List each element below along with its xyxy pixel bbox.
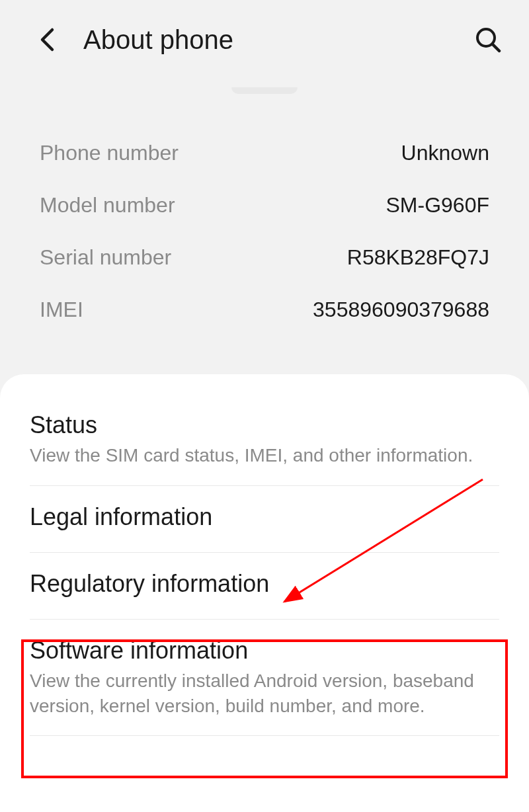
serial-number-value: R58KB28FQ7J [347, 245, 489, 270]
phone-number-label: Phone number [40, 141, 179, 165]
legal-information-item[interactable]: Legal information [0, 486, 529, 552]
magnifier-icon [475, 26, 501, 53]
chevron-left-icon [38, 27, 57, 52]
svg-line-1 [493, 44, 499, 51]
search-icon[interactable] [473, 25, 503, 54]
imei-label: IMEI [40, 298, 83, 322]
page-title: About phone [83, 25, 473, 55]
imei-row: IMEI 355896090379688 [40, 284, 489, 336]
model-number-value: SM-G960F [386, 193, 489, 218]
regulatory-information-item[interactable]: Regulatory information [0, 553, 529, 619]
phone-number-row: Phone number Unknown [40, 127, 489, 179]
software-information-title: Software information [30, 637, 499, 665]
header: About phone [0, 0, 529, 79]
serial-number-label: Serial number [40, 245, 171, 270]
serial-number-row: Serial number R58KB28FQ7J [40, 231, 489, 284]
legal-information-title: Legal information [30, 503, 499, 531]
device-info-section: Phone number Unknown Model number SM-G96… [0, 114, 529, 362]
software-information-item[interactable]: Software information View the currently … [0, 620, 529, 736]
status-item[interactable]: Status View the SIM card status, IMEI, a… [0, 394, 529, 485]
regulatory-information-title: Regulatory information [30, 570, 499, 598]
model-number-label: Model number [40, 193, 175, 218]
status-subtitle: View the SIM card status, IMEI, and othe… [30, 443, 499, 468]
back-icon[interactable] [33, 25, 62, 54]
imei-value: 355896090379688 [313, 298, 489, 322]
model-number-row: Model number SM-G960F [40, 179, 489, 231]
notch-indicator [231, 87, 298, 94]
menu-card: Status View the SIM card status, IMEI, a… [0, 374, 529, 812]
phone-number-value: Unknown [401, 141, 489, 165]
divider [30, 735, 499, 736]
software-information-subtitle: View the currently installed Android ver… [30, 669, 499, 719]
status-title: Status [30, 411, 499, 439]
